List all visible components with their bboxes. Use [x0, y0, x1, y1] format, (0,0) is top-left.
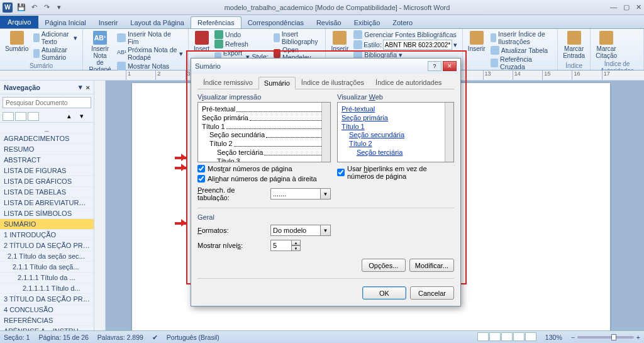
inserir-citacao-button[interactable]: Inserir — [330, 30, 350, 53]
nav-item[interactable]: RESUMO — [0, 144, 94, 155]
status-bar: Seção: 1 Página: 15 de 26 Palavras: 2.89… — [0, 330, 644, 343]
save-icon[interactable]: 💾 — [16, 3, 26, 13]
tab-leader-combo[interactable]: ▼ — [270, 188, 331, 200]
titlebar: W 💾 ↶ ↷ ▾ modelo_trabalho_academico [Mod… — [0, 0, 644, 15]
tab-correspondencias[interactable]: Correspondências — [242, 17, 310, 28]
modify-button[interactable]: Modificar... — [409, 259, 454, 272]
estilo-citacao-select[interactable]: Estilo:▾ — [352, 40, 458, 50]
gerenciar-fontes-button[interactable]: Gerenciar Fontes Bibliográficas — [352, 30, 458, 39]
tab-pagina-inicial[interactable]: Página Inicial — [38, 17, 92, 28]
chk-use-hyperlinks[interactable] — [337, 169, 345, 176]
callout-arrow-3 — [175, 219, 190, 227]
mendeley-insert-button[interactable]: Insert — [192, 30, 211, 53]
web-preview-box: Pré-textualSeção primáriaTítulo 1Seção s… — [337, 102, 454, 162]
nav-item[interactable]: LISTA DE GRÁFICOS — [0, 176, 94, 187]
dtab-indice-remissivo[interactable]: Índice remissivo — [197, 76, 258, 89]
formats-combo[interactable]: ▼ — [270, 225, 331, 236]
dialog-help-icon[interactable]: ? — [428, 61, 441, 71]
nav-dropdown-icon[interactable]: ▾ — [79, 83, 82, 91]
status-words[interactable]: Palavras: 2.899 — [97, 334, 143, 341]
dialog-close-icon[interactable]: ✕ — [443, 61, 457, 71]
nav-view-pages[interactable] — [15, 112, 26, 121]
undo-icon[interactable]: ↶ — [29, 3, 39, 13]
qat-dropdown-icon[interactable]: ▾ — [54, 3, 64, 13]
dialog-tabs: Índice remissivo Sumário Índice de ilust… — [197, 76, 454, 89]
chk-show-page-numbers-label: Mostrar números de página — [208, 165, 292, 172]
nav-view-headings[interactable] — [3, 112, 14, 121]
indice-ilustracoes-button[interactable]: Inserir Índice de Ilustrações — [489, 30, 554, 45]
inserir-nota-rodape-button[interactable]: AB¹Inserir Nota de Rodapé — [87, 30, 113, 74]
tab-layout[interactable]: Layout da Página — [124, 17, 191, 28]
nav-item[interactable]: 2.1 Título da seção sec... — [0, 251, 94, 262]
inserir-legenda-button[interactable]: Inserir — [467, 30, 487, 53]
nav-view-results[interactable] — [28, 112, 39, 121]
nav-collapse-marker: ⎯ — [0, 123, 94, 133]
chk-align-right[interactable] — [197, 175, 205, 183]
adicionar-texto-button[interactable]: Adicionar Texto ▾ — [32, 30, 79, 45]
status-section[interactable]: Seção: 1 — [4, 334, 30, 341]
status-language[interactable]: Português (Brasil) — [167, 334, 219, 341]
nav-item[interactable]: 2.1.1.1.1 Título d... — [0, 283, 94, 294]
ruler-vertical[interactable] — [94, 81, 106, 330]
sumario-button[interactable]: Sumário — [4, 30, 30, 53]
nav-headings-list: AGRADECIMENTOSRESUMOABSTRACTLISTA DE FIG… — [0, 133, 94, 330]
chk-use-hyperlinks-label: Usar hiperlinks em vez de números de pág… — [347, 165, 454, 180]
nav-item[interactable]: 1 INTRODUÇÃO — [0, 230, 94, 240]
print-preview-label: Visualizar impressão — [197, 93, 331, 101]
nav-item[interactable]: SUMÁRIO — [0, 219, 94, 230]
nav-up-icon[interactable]: ▴ — [67, 112, 79, 121]
status-page[interactable]: Página: 15 de 26 — [38, 334, 88, 341]
tab-leader-label: Preench. de tabulação: — [197, 186, 267, 201]
nav-item[interactable]: 2.1.1.1 Título da ... — [0, 273, 94, 283]
redo-icon[interactable]: ↷ — [42, 3, 52, 13]
dtab-indice-ilustracoes[interactable]: Índice de ilustrações — [296, 76, 370, 89]
tab-arquivo[interactable]: Arquivo — [0, 16, 38, 28]
referencia-cruzada-button[interactable]: Referência Cruzada — [489, 55, 554, 70]
dtab-indice-autoridades[interactable]: Índice de autoridades — [370, 76, 447, 89]
nav-item[interactable]: 4 CONCLUSÃO — [0, 305, 94, 315]
chk-show-page-numbers[interactable] — [197, 165, 205, 172]
nav-item[interactable]: LISTA DE FIGURAS — [0, 166, 94, 176]
levels-label: Mostrar níveis: — [197, 242, 267, 249]
nav-close-icon[interactable]: × — [86, 84, 90, 91]
nav-item[interactable]: APÊNDICE A – INSTRUMEN... — [0, 326, 94, 330]
marcar-citacao-button[interactable]: Marcar Citação — [594, 30, 618, 60]
mendeley-undo-button[interactable]: Undo — [213, 30, 270, 39]
tab-referencias[interactable]: Referências — [191, 16, 242, 28]
proxima-nota-button[interactable]: AB¹Próxima Nota de Rodapé ▾ — [116, 46, 184, 61]
nav-item[interactable]: 2.1.1 Título da seçã... — [0, 262, 94, 273]
marcar-entrada-button[interactable]: Marcar Entrada — [562, 30, 586, 60]
nav-item[interactable]: ABSTRACT — [0, 155, 94, 166]
nav-down-icon[interactable]: ▾ — [80, 112, 91, 121]
inserir-nota-fim-button[interactable]: Inserir Nota de Fim — [116, 30, 184, 45]
tab-exibicao[interactable]: Exibição — [348, 17, 387, 28]
insert-bibliography-button[interactable]: Insert Bibliography — [272, 30, 322, 45]
view-buttons[interactable] — [477, 332, 536, 342]
atualizar-sumario-button[interactable]: Atualizar Sumário — [32, 46, 79, 61]
ok-button[interactable]: OK — [362, 286, 406, 300]
mendeley-refresh-button[interactable]: Refresh — [213, 40, 270, 48]
maximize-icon[interactable]: ▢ — [623, 3, 630, 11]
status-proofing-icon[interactable]: ✔ — [152, 334, 158, 341]
nav-item[interactable]: LISTA DE SÍMBOLOS — [0, 208, 94, 219]
nav-search-input[interactable] — [3, 97, 91, 108]
levels-spinner[interactable]: ▲▼ — [270, 240, 301, 251]
minimize-icon[interactable]: — — [610, 3, 617, 11]
cancel-button[interactable]: Cancelar — [410, 286, 454, 300]
zoom-slider[interactable]: −+ — [571, 334, 640, 341]
dtab-sumario[interactable]: Sumário — [258, 77, 296, 89]
nav-item[interactable]: LISTA DE ABREVIATURAS E... — [0, 198, 94, 208]
tab-revisao[interactable]: Revisão — [310, 17, 348, 28]
nav-item[interactable]: LISTA DE TABELAS — [0, 187, 94, 198]
options-button[interactable]: Opções... — [362, 259, 406, 272]
tab-zotero[interactable]: Zotero — [386, 17, 419, 28]
zoom-level[interactable]: 130% — [545, 334, 562, 341]
tab-inserir[interactable]: Inserir — [92, 17, 125, 28]
nav-item[interactable]: AGRADECIMENTOS — [0, 133, 94, 144]
nav-item[interactable]: 2 TÍTULO DA SEÇÃO PRIM... — [0, 240, 94, 251]
mostrar-notas-button[interactable]: Mostrar Notas — [116, 62, 184, 70]
close-icon[interactable]: ✕ — [636, 3, 641, 11]
atualizar-tabela-button[interactable]: Atualizar Tabela — [489, 46, 554, 55]
nav-item[interactable]: REFERÊNCIAS — [0, 315, 94, 326]
nav-item[interactable]: 3 TÍTULO DA SEÇÃO PRIM... — [0, 294, 94, 305]
